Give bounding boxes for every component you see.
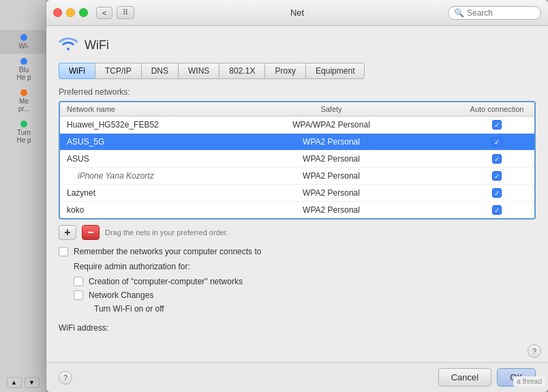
close-button[interactable] [53,8,62,17]
scroll-up-button[interactable]: ▲ [7,377,22,388]
checkbox-3[interactable]: ✓ [492,171,502,181]
panel: WiFi WiFi TCP/IP DNS WINS 802.1X Proxy E… [46,26,548,362]
options-section: Remember the networks your computer conn… [59,247,536,333]
help-button[interactable]: ? [59,371,72,385]
checkbox-2[interactable]: ✓ [492,154,502,164]
minimize-button[interactable] [66,8,75,17]
tab-dns[interactable]: DNS [141,63,178,79]
maximize-button[interactable] [79,8,88,17]
sidebar-label-net2: Me [3,97,44,105]
tabs: WiFi TCP/IP DNS WINS 802.1X Proxy Equipm… [59,63,536,79]
nav-back-button[interactable]: < [96,7,112,19]
remember-label: Remember the networks your computer conn… [74,247,261,256]
cell-name-2: ASUS [60,154,203,164]
checkbox-0[interactable]: ✓ [492,120,502,130]
table-row[interactable]: ASUS WPA2 Personal ✓ [60,151,534,168]
sidebar-dot-wifi [20,34,27,41]
cell-name-3: iPhone Yana Kozortz [60,171,203,181]
tab-8021x[interactable]: 802.1X [219,63,264,79]
computer-networks-label: Creation of "computer-computer" networks [89,277,243,286]
cell-name-5: koko [60,205,203,215]
cell-auto-5: ✓ [459,205,534,215]
sidebar-dot-blu [20,58,27,65]
checkbox-5[interactable]: ✓ [492,205,502,215]
table-row[interactable]: Huawei_HG532e_FEB52 WPA/WPA2 Personal ✓ [60,117,534,134]
table-row[interactable]: Lazynet WPA2 Personal ✓ [60,185,534,202]
header-safety: Safety [203,105,459,113]
option-computer-networks: Creation of "computer-computer" networks [74,277,536,286]
sidebar-item-wifi[interactable]: Wi- [0,30,46,54]
turn-wifi-label: Turn Wi-Fi on or off [94,304,164,314]
network-changes-checkbox[interactable] [74,290,83,300]
cell-auto-0: ✓ [459,120,534,130]
cell-safety-5: WPA2 Personal [203,205,459,215]
sidebar-label-wifi: Wi- [3,42,44,50]
checkbox-4[interactable]: ✓ [492,188,502,198]
option-network-changes: Network Changes [74,290,536,300]
search-icon: 🔍 [454,8,464,18]
add-network-button[interactable]: + [59,225,76,240]
sidebar-scroll-buttons: ▲ ▼ [3,373,44,392]
sidebar-label-blu: Blu [3,66,44,74]
sidebar-sublabel-net2: pr... [3,105,44,112]
cell-name-0: Huawei_HG532e_FEB52 [60,120,203,130]
table-header: Network name Safety Auto connection [60,102,534,117]
nav-buttons: < [96,7,112,19]
tab-proxy[interactable]: Proxy [264,63,305,79]
sidebar-item-net3[interactable]: Turn He p [0,117,46,148]
wifi-title: WiFi [85,38,109,52]
tab-tcpip[interactable]: TCP/IP [95,63,141,79]
option-admin: Require admin authorization for: [59,262,536,271]
thread-label: a thread [513,376,545,387]
sidebar-item-blu[interactable]: Blu He p [0,54,46,85]
table-row[interactable]: ASUS_5G WPA2 Personal ✓ [60,134,534,151]
sidebar-sublabel-blu: He p [3,74,44,81]
cell-auto-1: ✓ [459,137,534,147]
cell-safety-1: WPA2 Personal [203,137,459,147]
cell-name-4: Lazynet [60,188,203,198]
cell-auto-2: ✓ [459,154,534,164]
sidebar-dot-net3 [20,121,27,127]
sidebar-sublabel-net3: He p [3,136,44,144]
traffic-lights [53,8,88,17]
main-window: < ⠿ Net 🔍 WiFi [46,0,548,392]
cell-safety-2: WPA2 Personal [203,154,459,164]
bottom-bar: ? Cancel OK [46,362,548,392]
table-row[interactable]: iPhone Yana Kozortz WPA2 Personal ✓ [60,168,534,185]
search-box[interactable]: 🔍 [448,6,541,20]
cancel-button[interactable]: Cancel [438,368,491,387]
cell-safety-3: WPA2 Personal [203,171,459,181]
header-name: Network name [60,105,203,113]
sidebar-item-net2[interactable]: Me pr... [0,85,46,117]
window-title: Net [290,7,304,18]
wifi-address-row: WiFi address: [59,319,536,333]
remove-network-button[interactable]: − [82,225,100,240]
wifi-icon [59,35,78,55]
cell-auto-4: ✓ [459,188,534,198]
cell-auto-3: ✓ [459,171,534,181]
scroll-down-button[interactable]: ▼ [25,377,40,388]
search-input[interactable] [467,8,535,18]
cell-name-1: ASUS_5G [60,137,203,147]
header-auto: Auto connection [459,105,534,113]
wifi-header: WiFi [59,35,536,55]
corner-help-button[interactable]: ? [528,344,541,358]
network-table: Network name Safety Auto connection Huaw… [59,101,536,220]
table-row[interactable]: koko WPA2 Personal ✓ [60,202,534,218]
remember-checkbox[interactable] [59,247,68,256]
preferred-networks-label: Preferred networks: [59,87,536,97]
titlebar: < ⠿ Net 🔍 [46,0,548,26]
cell-safety-4: WPA2 Personal [203,188,459,198]
sidebar-dot-net2 [20,89,27,96]
tab-wins[interactable]: WINS [178,63,219,79]
tab-wifi[interactable]: WiFi [59,63,95,79]
desktop: Wi- Blu He p Me pr... Turn He p ▲ ▼ [0,0,548,392]
option-turn-wifi: Turn Wi-Fi on or off [74,304,536,314]
option-remember: Remember the networks your computer conn… [59,247,536,256]
tab-equipment[interactable]: Equipment [305,63,365,79]
drag-hint: Drag the nets in your preferred order. [105,228,228,237]
wifi-address-label: WiFi address: [59,323,108,333]
checkbox-1[interactable]: ✓ [492,137,502,147]
computer-networks-checkbox[interactable] [74,277,83,286]
grid-button[interactable]: ⠿ [117,6,134,19]
